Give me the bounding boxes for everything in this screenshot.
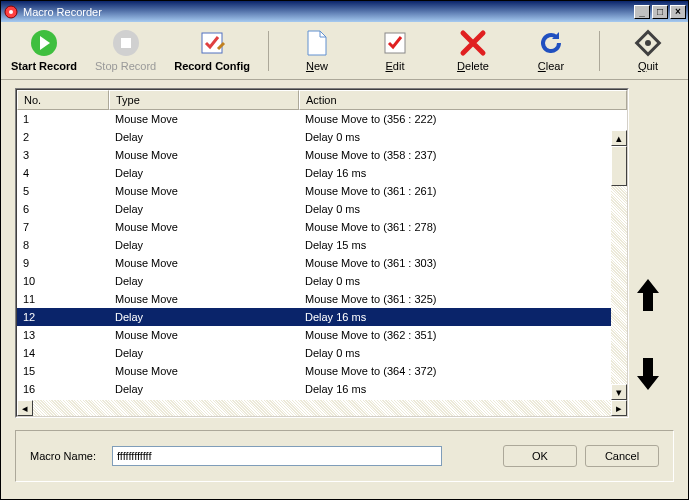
move-up-button[interactable] (637, 279, 659, 318)
reorder-arrows (637, 88, 659, 418)
edit-label: Edit (385, 60, 404, 72)
cell-no: 13 (17, 328, 109, 342)
edit-button[interactable]: Edit (365, 29, 425, 72)
cell-action: Mouse Move to (364 : 372) (299, 364, 627, 378)
ok-button[interactable]: OK (503, 445, 577, 467)
table-row[interactable]: 7Mouse MoveMouse Move to (361 : 278) (17, 218, 627, 236)
content-area: No. Type Action 1Mouse MoveMouse Move to… (1, 80, 688, 426)
grid-body[interactable]: 1Mouse MoveMouse Move to (356 : 222)2Del… (17, 110, 627, 400)
cell-no: 10 (17, 274, 109, 288)
scroll-thumb[interactable] (611, 146, 627, 186)
app-icon (3, 4, 19, 20)
cell-no: 2 (17, 130, 109, 144)
maximize-button[interactable]: □ (652, 5, 668, 19)
cell-type: Mouse Move (109, 148, 299, 162)
table-row[interactable]: 1Mouse MoveMouse Move to (356 : 222) (17, 110, 627, 128)
macro-grid: No. Type Action 1Mouse MoveMouse Move to… (15, 88, 629, 418)
col-no[interactable]: No. (17, 90, 109, 110)
cell-no: 4 (17, 166, 109, 180)
table-row[interactable]: 16DelayDelay 16 ms (17, 380, 627, 398)
new-button[interactable]: New (287, 29, 347, 72)
bottom-panel: Macro Name: OK Cancel (15, 430, 674, 482)
config-icon (198, 29, 226, 57)
macro-name-input[interactable] (112, 446, 442, 466)
move-down-button[interactable] (637, 358, 659, 397)
table-row[interactable]: 12DelayDelay 16 ms (17, 308, 627, 326)
cell-no: 15 (17, 364, 109, 378)
minimize-button[interactable]: _ (634, 5, 650, 19)
cell-action: Delay 0 ms (299, 130, 627, 144)
scroll-up-icon[interactable]: ▴ (611, 130, 627, 146)
table-row[interactable]: 9Mouse MoveMouse Move to (361 : 303) (17, 254, 627, 272)
cancel-button[interactable]: Cancel (585, 445, 659, 467)
table-row[interactable]: 11Mouse MoveMouse Move to (361 : 325) (17, 290, 627, 308)
scroll-left-icon[interactable]: ◂ (17, 400, 33, 416)
close-button[interactable]: × (670, 5, 686, 19)
macro-name-label: Macro Name: (30, 450, 104, 462)
scroll-right-icon[interactable]: ▸ (611, 400, 627, 416)
grid-header: No. Type Action (17, 90, 627, 110)
record-config-button[interactable]: Record Config (174, 29, 250, 72)
titlebar[interactable]: Macro Recorder _ □ × (1, 1, 688, 22)
stop-record-button: Stop Record (95, 29, 156, 72)
cell-type: Delay (109, 166, 299, 180)
new-doc-icon (303, 29, 331, 57)
cell-action: Delay 0 ms (299, 202, 627, 216)
delete-button[interactable]: Delete (443, 29, 503, 72)
col-type[interactable]: Type (109, 90, 299, 110)
cell-type: Delay (109, 274, 299, 288)
table-row[interactable]: 2DelayDelay 0 ms (17, 128, 627, 146)
cell-type: Delay (109, 202, 299, 216)
stop-icon (112, 29, 140, 57)
cell-no: 14 (17, 346, 109, 360)
cell-type: Delay (109, 310, 299, 324)
scroll-down-icon[interactable]: ▾ (611, 384, 627, 400)
cell-type: Mouse Move (109, 112, 299, 126)
new-label: New (306, 60, 328, 72)
cell-no: 7 (17, 220, 109, 234)
cell-type: Mouse Move (109, 328, 299, 342)
cell-action: Delay 15 ms (299, 238, 627, 252)
table-row[interactable]: 4DelayDelay 16 ms (17, 164, 627, 182)
table-row[interactable]: 6DelayDelay 0 ms (17, 200, 627, 218)
horizontal-scrollbar[interactable]: ◂ ▸ (17, 400, 627, 416)
cell-type: Mouse Move (109, 364, 299, 378)
cell-type: Mouse Move (109, 220, 299, 234)
col-action[interactable]: Action (299, 90, 627, 110)
table-row[interactable]: 17Mouse MoveMouse Move to (368 : 396) (17, 398, 627, 400)
table-row[interactable]: 3Mouse MoveMouse Move to (358 : 237) (17, 146, 627, 164)
start-record-button[interactable]: Start Record (11, 29, 77, 72)
table-row[interactable]: 5Mouse MoveMouse Move to (361 : 261) (17, 182, 627, 200)
cell-action: Delay 16 ms (299, 382, 627, 396)
table-row[interactable]: 13Mouse MoveMouse Move to (362 : 351) (17, 326, 627, 344)
table-row[interactable]: 15Mouse MoveMouse Move to (364 : 372) (17, 362, 627, 380)
cell-no: 12 (17, 310, 109, 324)
toolbar-separator (599, 31, 600, 71)
cell-action: Delay 0 ms (299, 274, 627, 288)
vertical-scrollbar[interactable]: ▴ ▾ (611, 130, 627, 400)
toolbar: Start Record Stop Record Record Config N… (1, 22, 688, 80)
clear-button[interactable]: Clear (521, 29, 581, 72)
scroll-track[interactable] (611, 186, 627, 384)
cell-type: Mouse Move (109, 256, 299, 270)
cell-no: 1 (17, 112, 109, 126)
cell-action: Mouse Move to (358 : 237) (299, 148, 627, 162)
quit-icon (634, 29, 662, 57)
table-row[interactable]: 8DelayDelay 15 ms (17, 236, 627, 254)
cell-no: 9 (17, 256, 109, 270)
play-icon (30, 29, 58, 57)
svg-point-1 (9, 10, 13, 14)
scroll-track[interactable] (33, 400, 611, 416)
refresh-icon (537, 29, 565, 57)
clear-label: Clear (538, 60, 564, 72)
cell-action: Mouse Move to (361 : 325) (299, 292, 627, 306)
cell-action: Mouse Move to (361 : 303) (299, 256, 627, 270)
cell-action: Mouse Move to (356 : 222) (299, 112, 627, 126)
table-row[interactable]: 10DelayDelay 0 ms (17, 272, 627, 290)
quit-button[interactable]: Quit (618, 29, 678, 72)
edit-icon (381, 29, 409, 57)
cell-no: 8 (17, 238, 109, 252)
cell-no: 11 (17, 292, 109, 306)
table-row[interactable]: 14DelayDelay 0 ms (17, 344, 627, 362)
cell-type: Delay (109, 346, 299, 360)
